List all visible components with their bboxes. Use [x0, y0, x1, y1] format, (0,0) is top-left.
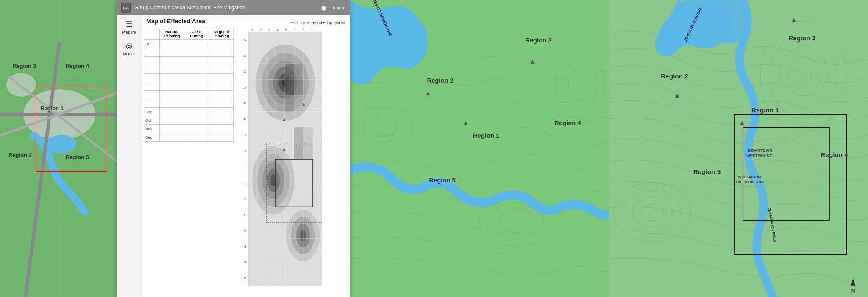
svg-text:▲: ▲	[673, 91, 680, 99]
svg-text:Region 2: Region 2	[427, 77, 453, 84]
month-label: Jan	[144, 40, 160, 48]
svg-point-9	[47, 135, 76, 154]
col-num-8: 8	[307, 28, 316, 32]
col-num-3: 3	[265, 28, 273, 32]
schedule-cell	[159, 125, 184, 133]
svg-rect-68	[285, 80, 294, 96]
row-letter: B	[242, 48, 248, 64]
svg-text:Region 2: Region 2	[661, 73, 688, 80]
svg-text:Region 3: Region 3	[13, 63, 36, 69]
svg-text:Region 5: Region 5	[693, 168, 720, 175]
month-label	[144, 57, 160, 65]
row-letter: J	[242, 175, 248, 191]
svg-text:Region 4: Region 4	[66, 63, 89, 69]
col-num-6: 6	[290, 28, 299, 32]
svg-text:Region 5: Region 5	[66, 154, 89, 160]
schedule-cell	[209, 125, 233, 133]
app-content: Map of Effected Area ✏ You are the meeti…	[142, 15, 350, 297]
schedule-cell	[209, 74, 233, 82]
month-label	[144, 91, 160, 99]
svg-text:Region 5: Region 5	[429, 177, 455, 184]
right-map-left: Region 2 Region 3 Region 4 Region 1 Regi…	[350, 0, 609, 297]
logout-icon: ⬤→	[321, 5, 331, 11]
schedule-cell	[209, 91, 233, 99]
schedule-cell	[184, 74, 209, 82]
schedule-cell	[184, 108, 209, 116]
schedule-cell	[184, 40, 209, 48]
col-targeted-thinning: Targeted Thinning	[209, 28, 233, 40]
meeting-leader-text: ✏ You are the meeting leader	[290, 20, 345, 25]
svg-text:Region 1: Region 1	[40, 105, 64, 112]
schedule-cell	[184, 65, 209, 74]
svg-text:CU: CU	[123, 6, 128, 10]
row-letter: L	[242, 207, 248, 223]
content-header: Map of Effected Area ✏ You are the meeti…	[142, 15, 350, 28]
month-label	[144, 65, 160, 74]
row-letter: P	[242, 271, 248, 287]
row-letter: A	[242, 32, 248, 48]
schedule-cell	[184, 133, 209, 142]
schedule-table: Natural Thinning Clear Cutting Targeted …	[144, 28, 234, 142]
svg-rect-73	[303, 127, 313, 143]
svg-rect-74	[294, 143, 303, 160]
app-sidebar: ☰ Prepare ◎ Metrics	[117, 15, 142, 297]
svg-rect-69	[294, 80, 303, 96]
month-label	[144, 74, 160, 82]
month-label: Nov	[144, 125, 160, 133]
row-letter: G	[242, 127, 248, 143]
svg-text:Region 1: Region 1	[473, 132, 499, 139]
svg-text:Region 4: Region 4	[554, 120, 581, 126]
col-num-4: 4	[273, 28, 282, 32]
row-letter: F	[242, 112, 248, 128]
schedule-cell	[184, 116, 209, 125]
svg-text:▲: ▲	[529, 58, 536, 65]
row-letter: C	[242, 64, 248, 80]
schedule-cell	[159, 91, 184, 99]
sidebar-item-metrics[interactable]: ◎ Metrics	[123, 41, 135, 56]
svg-text:Region 3: Region 3	[788, 34, 815, 42]
schedule-cell	[209, 82, 233, 91]
topo-grid-area: 1 2 3 4 5 6 7 8 ABCDEFGHIJKLMN	[235, 28, 350, 297]
list-icon: ☰	[126, 20, 133, 29]
svg-rect-66	[285, 64, 294, 80]
svg-rect-75	[303, 143, 313, 160]
app-title: Group Communication Simulation: Fire Mit…	[134, 5, 318, 11]
schedule-cell	[184, 99, 209, 108]
svg-text:Region 4: Region 4	[821, 151, 848, 158]
month-label	[144, 48, 160, 57]
svg-text:▲: ▲	[282, 146, 287, 151]
schedule-cell	[159, 74, 184, 82]
svg-point-43	[300, 230, 306, 241]
schedule-cell	[209, 133, 233, 142]
svg-text:WESTMOUNT: WESTMOUNT	[746, 154, 772, 158]
svg-text:Region 3: Region 3	[525, 37, 551, 44]
row-letter: O	[242, 255, 248, 271]
month-label	[144, 99, 160, 108]
schedule-cell	[184, 48, 209, 57]
row-letter: I	[242, 159, 248, 175]
sidebar-item-prepare[interactable]: ☰ Prepare	[122, 20, 136, 34]
svg-text:Region 1: Region 1	[751, 106, 779, 114]
schedule-cell	[209, 40, 233, 48]
schedule-cell	[184, 125, 209, 133]
row-letter: E	[242, 95, 248, 112]
schedule-cell	[209, 116, 233, 125]
schedule-cell	[159, 65, 184, 74]
svg-text:Region 2: Region 2	[8, 152, 32, 158]
col-clear-cutting: Clear Cutting	[184, 28, 209, 40]
svg-text:▲: ▲	[282, 117, 287, 122]
schedule-cell	[159, 40, 184, 48]
month-label	[144, 82, 160, 91]
col-num-7: 7	[299, 28, 307, 32]
schedule-cell	[159, 116, 184, 125]
row-letter: M	[242, 223, 248, 239]
schedule-cell	[209, 99, 233, 108]
schedule-cell	[159, 108, 184, 116]
svg-text:HILLS DISTRICT: HILLS DISTRICT	[736, 180, 766, 184]
schedule-cell	[159, 99, 184, 108]
logout-button[interactable]: ⬤→ logout	[321, 5, 345, 11]
middle-panel: CU Group Communication Simulation: Fire …	[117, 0, 350, 297]
row-letter: N	[242, 239, 248, 255]
svg-text:▲: ▲	[301, 101, 306, 106]
col-natural-thinning: Natural Thinning	[159, 28, 184, 40]
